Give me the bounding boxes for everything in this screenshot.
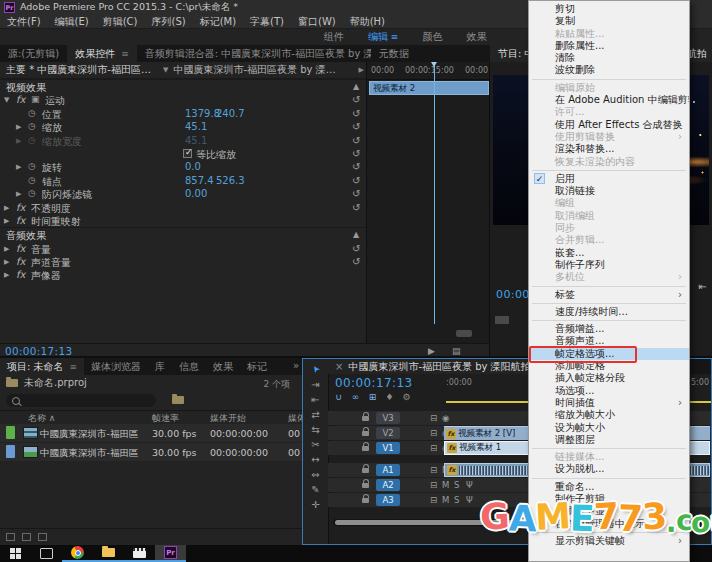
effect-row-声道音量[interactable]: ▶fx声道音量↺ [0,255,366,268]
tab-项目: 未命名[interactable]: 项目: 未命名≡ [0,358,84,375]
menu-item-复制[interactable]: 复制 [529,15,689,27]
menu-item-时间插值[interactable]: 时间插值› [529,397,689,409]
effect-row-声像器[interactable]: ▶fx声像器 [0,268,366,281]
solo-icon[interactable]: S [454,495,459,505]
workspace-tab-效果[interactable]: 效果 [466,30,486,44]
menu-item-使用 After Effects 合成替换[interactable]: 使用 After Effects 合成替换 [529,119,689,131]
tab-sequence[interactable]: × 中國廣東深圳市-福田區夜景 by 溧阳航拍 ≡ [328,359,551,374]
stopwatch-icon[interactable]: ◷ [28,175,36,185]
track-target-badge-V1[interactable]: V1 [376,442,400,454]
taskbar-premiere-icon[interactable]: Pr [155,545,186,562]
tab-源[interactable]: 源:(无剪辑) [0,45,67,62]
toggle-track-output-icon[interactable]: ⊟ [430,413,437,423]
menubar-item[interactable]: 标记(M) [200,15,236,29]
stopwatch-icon[interactable]: ◷ [28,121,36,131]
menu-item-显示剪辑关键帧[interactable]: 显示剪辑关键帧› [529,535,689,547]
twirl-icon[interactable]: ▶ [16,137,21,145]
razor-tool-icon[interactable]: ✂ [303,437,328,452]
effect-row-音频效果[interactable]: 音频效果▲ [0,227,366,241]
project-item-row[interactable]: 中國廣東深圳市-福田區30.00 fps00:00:00:0000 [0,424,302,443]
go-to-in-icon[interactable]: ⇤ [699,281,707,292]
menubar-item[interactable]: 窗口(W) [298,15,336,29]
collapse-icon[interactable]: ▲ [353,82,359,91]
item-name[interactable]: 中國廣東深圳市-福田區 [40,447,138,460]
search-input[interactable] [6,394,156,407]
effect-row-视频效果[interactable]: 视频效果▲ [0,79,366,93]
workspace-tab-编辑[interactable]: 编辑 ≡ [368,30,398,44]
effect-row-旋转[interactable]: ▶◷旋转0.0↺ [0,160,366,173]
reset-parameter-icon[interactable]: ↺ [352,243,360,254]
reset-parameter-icon[interactable]: ↺ [352,94,360,105]
taskbar-task-view-icon[interactable] [31,545,62,562]
sync-lock-icon[interactable]: ⊟ [430,495,437,505]
export-frame-icon[interactable]: ▤ [452,346,461,356]
twirl-icon[interactable]: ▶ [4,204,9,212]
menubar-item[interactable]: 编辑(E) [55,15,89,29]
menu-item-启用[interactable]: 启用✓ [529,173,689,185]
menubar-item[interactable]: 文件(F) [7,15,41,29]
menubar-item[interactable]: 剪辑(C) [103,15,138,29]
tab-库[interactable]: 库 [148,358,172,375]
menu-item-在资源管理器中显示[interactable]: 在资源管理器中显示 [529,518,689,530]
master-clip-label[interactable]: 主要 * 中國廣東深圳市-福田區夜景 by 溧阳航拍 [6,63,158,77]
mute-icon[interactable]: ◉ [442,413,449,423]
param-value[interactable]: 45.1 [185,135,207,146]
twirl-icon[interactable]: ▶ [4,217,9,225]
menubar-item[interactable]: 序列(S) [151,15,185,29]
stopwatch-icon[interactable]: ◷ [28,188,36,198]
twirl-icon[interactable]: ▶ [4,245,9,253]
reset-parameter-icon[interactable]: ↺ [352,108,360,119]
icon-view-icon[interactable] [22,533,31,541]
tab-元数据[interactable]: 元数据 [371,45,417,62]
param-value[interactable]: 240.7 [216,108,245,119]
scrollbar-thumb[interactable] [456,330,472,337]
menu-item-制作子序列[interactable]: 制作子序列 [529,259,689,271]
reset-parameter-icon[interactable]: ↺ [352,188,360,199]
menubar-item[interactable]: 帮助(H) [350,15,385,29]
slide-tool-icon[interactable]: ⇔ [303,467,328,482]
menu-item-在项目中显示[interactable]: 在项目中显示 [529,505,689,517]
taskbar-chrome-icon[interactable] [62,545,93,562]
pen-tool-icon[interactable]: ✎ [303,482,328,497]
sync-lock-icon[interactable]: ⊟ [430,465,437,475]
tab-overflow-icon[interactable]: » [293,360,299,371]
stopwatch-icon[interactable]: ◷ [28,108,36,118]
menu-item-音频增益[interactable]: 音频增益... [529,323,689,335]
panel-menu-icon[interactable]: ≡ [121,49,129,59]
menu-item-速度/持续时间[interactable]: 速度/持续时间... [529,306,689,318]
track-target-badge-V3[interactable]: V3 [376,412,400,424]
taskbar-file-explorer-icon[interactable] [93,545,124,562]
list-view-icon[interactable] [6,533,15,541]
zoom-slider-icon[interactable] [38,533,47,541]
play-audio-icon[interactable]: ▶ [428,346,435,356]
effect-row-运动[interactable]: ▼fx▣运动↺ [0,93,366,106]
menu-item-删除属性[interactable]: 删除属性... [529,40,689,52]
effect-row-时间重映射[interactable]: ▶fx时间重映射 [0,214,366,227]
menu-item-设为脱机[interactable]: 设为脱机... [529,463,689,475]
twirl-icon[interactable]: ▶ [16,190,21,198]
mini-timeline-playhead[interactable] [434,62,435,324]
param-value[interactable]: 0.00 [185,188,207,199]
menu-item-调整图层[interactable]: 调整图层 [529,434,689,446]
menu-item-清除[interactable]: 清除 [529,52,689,64]
menu-item-剪切[interactable]: 剪切 [529,3,689,15]
stopwatch-icon[interactable]: ◷ [28,135,36,145]
toggle-track-output-icon[interactable]: ⊟ [430,443,437,453]
reset-parameter-icon[interactable]: ↺ [352,135,360,146]
twirl-icon[interactable]: ▶ [16,163,21,171]
menu-item-取消链接[interactable]: 取消链接 [529,185,689,197]
taskbar-media-app-icon[interactable] [124,545,155,562]
marker-icon[interactable]: ♦ [384,391,395,402]
param-value[interactable]: 0.0 [185,161,201,172]
menu-item-渲染和替换[interactable]: 渲染和替换... [529,143,689,155]
label-color-chip[interactable] [6,426,15,439]
item-name[interactable]: 中國廣東深圳市-福田區 [40,428,138,441]
menu-item-场选项[interactable]: 场选项... [529,385,689,397]
lock-icon[interactable] [362,431,369,436]
effect-row-不透明度[interactable]: ▶fx不透明度↺ [0,201,366,214]
track-target-badge-A3[interactable]: A3 [376,494,400,506]
track-target-badge-A2[interactable]: A2 [376,479,400,491]
rolling-edit-tool-icon[interactable]: ⇄ [303,407,328,422]
menu-item-标签[interactable]: 标签› [529,289,689,301]
uniform-scale-checkbox[interactable]: ✓ [183,149,192,158]
